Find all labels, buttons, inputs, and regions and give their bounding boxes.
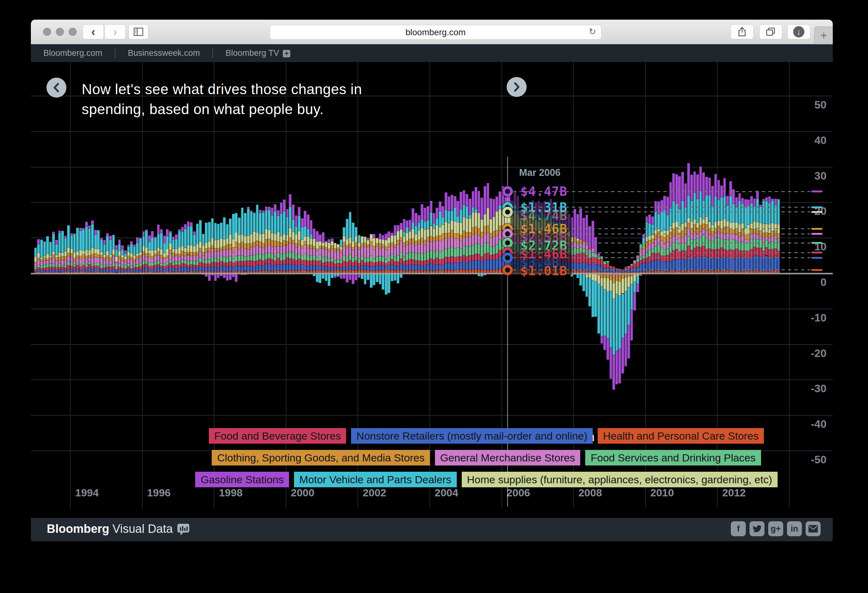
bar-gasoline [259,210,261,212]
bar-nonstore [67,269,70,271]
email-button[interactable] [806,521,821,536]
bar-homesupplies [250,234,253,243]
bar-genmerch [187,255,190,261]
bar-gasoline [304,211,307,226]
bar-foodbev [487,253,490,259]
bar-motor [603,289,606,336]
bar-foodserv [418,253,421,261]
linkedin-button[interactable]: in [787,521,802,536]
legend-item-gasoline[interactable]: Gasoline Stations [195,472,289,487]
bar-motor [376,273,378,282]
bar-motor [705,195,708,217]
facebook-button[interactable]: f [731,521,746,536]
bar-motor [79,231,82,250]
bar-motor [172,239,175,249]
bar-foodbev [726,250,729,258]
bar-nonstore [55,270,58,272]
bar-motor [283,211,286,234]
twitter-button[interactable] [750,521,765,536]
bar-foodbev [85,267,88,270]
bar-gasoline [624,334,627,366]
bar-genmerch [280,246,283,254]
bar-foodserv [250,255,253,261]
bar-gasoline [337,276,340,277]
legend-item-foodserv[interactable]: Food Services and Drinking Places [585,450,761,466]
bar-genmerch [274,246,276,256]
y-tick-label: 30 [792,170,827,182]
prev-slide-button[interactable] [46,78,66,97]
bar-nonstore [76,268,79,271]
bar-motor [82,229,85,251]
bar-foodbev [741,251,744,257]
bar-motor [196,224,199,243]
bar-nonstore [289,264,292,271]
bar-gasoline [373,234,375,238]
bar-foodbev [325,262,328,266]
bar-genmerch [487,232,490,243]
bar-genmerch [250,247,253,255]
bar-motor [187,226,190,245]
bar-foodbev [199,262,202,266]
bar-genmerch [283,245,286,254]
bar-gasoline [94,230,97,235]
bar-clothing [364,243,367,247]
bar-homesupplies [172,249,175,253]
bar-homesupplies [397,231,399,240]
bar-clothing [175,254,178,256]
bar-clothing [660,236,663,241]
bar-gasoline [441,206,444,217]
bar-clothing [130,257,133,260]
bar-homesupplies [145,247,148,254]
legend-item-homesupplies[interactable]: Home supplies (furniture, appliances, el… [462,472,778,487]
bar-foodbev [202,263,205,267]
bar-foodbev [43,268,46,270]
bar-homesupplies [193,246,196,252]
bar-motor [666,215,669,230]
bar-foodbev [226,263,229,268]
bar-foodbev [465,257,468,263]
bar-foodbev [340,263,342,267]
bar-clothing [456,233,459,239]
bar-motor [199,220,202,242]
bar-clothing [636,255,639,256]
bar-nonstore [379,266,382,270]
bar-foodserv [241,255,244,261]
legend-item-nonstore[interactable]: Nonstore Retailers (mostly mail-order an… [351,428,593,444]
bar-homesupplies [226,238,229,245]
google-plus-button[interactable]: g+ [768,521,783,536]
bar-motor [154,238,157,250]
legend-item-health[interactable]: Health and Personal Care Stores [598,428,764,444]
bar-motor [633,282,636,292]
bar-clothing [349,244,352,247]
legend-item-foodbev[interactable]: Food and Beverage Stores [209,428,346,444]
bar-gasoline [106,233,109,236]
bar-genmerch [52,258,55,263]
next-slide-button[interactable] [507,77,527,97]
bar-nonstore [61,270,64,271]
bar-nonstore [238,266,241,271]
footer-brand[interactable]: BloombergVisual Data [47,522,173,535]
bar-clothing [43,258,46,261]
bar-gasoline [472,191,475,207]
legend-item-clothing[interactable]: Clothing, Sporting Goods, and Media Stor… [212,450,430,466]
bar-motor [307,229,310,236]
bar-genmerch [639,251,642,256]
bar-foodbev [469,255,471,261]
bar-homesupplies [610,280,612,291]
legend-item-motor[interactable]: Motor Vehicle and Parts Dealers [294,472,457,487]
bar-nonstore [235,266,238,271]
bar-genmerch [244,249,247,257]
bar-genmerch [346,248,348,258]
bar-clothing [265,239,268,246]
bar-genmerch [403,246,406,257]
bar-motor [193,235,196,246]
bar-genmerch [211,248,214,257]
bar-foodbev [301,260,304,265]
bar-foodserv [454,248,456,257]
bar-homesupplies [265,229,268,239]
bar-nonstore [133,269,136,272]
bar-homesupplies [421,228,424,238]
legend-item-genmerch[interactable]: General Merchandise Stores [435,450,580,466]
bar-gasoline [139,237,142,239]
bar-homesupplies [211,238,214,246]
